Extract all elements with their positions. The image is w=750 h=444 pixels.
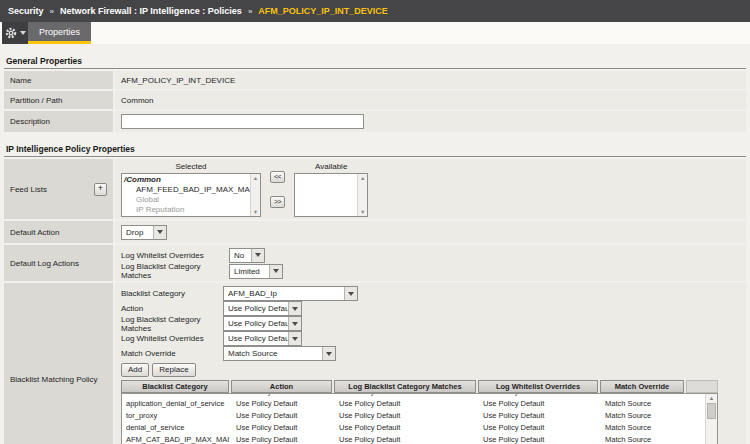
default-action-value: Drop: [122, 226, 153, 239]
select-arrow-icon: [288, 302, 301, 315]
table-scrollbar[interactable]: ▲ ▼: [705, 394, 717, 444]
partition-group-item: /Common: [124, 175, 248, 185]
select-arrow-icon: [153, 226, 166, 239]
blacklist-category-select[interactable]: AFM_BAD_Ip: [223, 286, 358, 301]
scrollbar-thumb[interactable]: [707, 403, 716, 419]
table-cell: Use Policy Default: [232, 410, 335, 422]
ip-intel-heading: IP Intelligence Policy Properties: [4, 141, 746, 157]
description-row: Description: [4, 111, 746, 132]
match-override-label: Match Override: [121, 349, 223, 358]
partition-row: Partition / Path Common: [4, 91, 746, 109]
table-cell: Use Policy Default: [232, 398, 335, 410]
description-input[interactable]: [121, 114, 364, 129]
table-cell: Match Source: [601, 434, 682, 444]
select-arrow-icon: [269, 265, 282, 278]
blacklist-category-value: AFM_BAD_Ip: [224, 287, 344, 300]
name-value: AFM_POLICY_IP_INT_DEVICE: [115, 71, 746, 89]
partition-label: Partition / Path: [4, 91, 113, 109]
chevron-down-icon: [20, 31, 26, 35]
log-blacklist-category-matches-label: Log Blacklist Category Matches: [121, 315, 223, 333]
scroll-up-icon[interactable]: ▲: [709, 395, 714, 401]
table-cell: Use Policy Default: [479, 398, 601, 410]
add-feed-list-button[interactable]: +: [94, 183, 107, 196]
log-whitelist-overrides-policy-value: Use Policy Default: [224, 332, 288, 345]
table-cell: Use Policy Default: [232, 422, 335, 434]
table-row[interactable]: tor_proxyUse Policy DefaultUse Policy De…: [122, 410, 717, 422]
available-feed-column: Available ▲ ▼: [294, 162, 368, 217]
name-row: Name AFM_POLICY_IP_INT_DEVICE: [4, 71, 746, 89]
table-cell: Use Policy Default: [335, 410, 479, 422]
log-blacklist-matches-label: Log Blacklist Category Matches: [121, 262, 229, 280]
move-to-available-button[interactable]: >>: [270, 196, 285, 208]
selected-feed-column: Selected /Common AFM_FEED_BAD_IP_MAX_MAI…: [121, 162, 261, 217]
column-header[interactable]: Match Override: [600, 380, 684, 393]
listbox-scrollbar[interactable]: ▲ ▼: [250, 174, 260, 216]
default-action-select[interactable]: Drop: [121, 225, 167, 240]
blacklist-matching-policy-label: Blacklist Matching Policy: [4, 283, 113, 444]
tab-bar: Properties: [0, 22, 750, 44]
scroll-up-icon[interactable]: ▲: [360, 175, 365, 181]
gear-icon: [5, 27, 17, 39]
tab-properties-label: Properties: [39, 27, 80, 37]
column-header[interactable]: Log Whitelist Overrides: [478, 380, 598, 393]
match-override-value: Match Source: [224, 347, 322, 360]
table-cell: AFM_CAT_BAD_IP_MAX_MAIND_US: [122, 434, 232, 444]
name-label: Name: [4, 71, 113, 89]
selected-column-header: Selected: [121, 162, 261, 171]
bl-table-header: Blacklist CategoryActionLog Blacklist Ca…: [121, 380, 718, 393]
log-whitelist-overrides-policy-label: Log Whitelist Overrides: [121, 334, 223, 343]
table-row[interactable]: denial_of_serviceUse Policy DefaultUse P…: [122, 422, 717, 434]
column-header[interactable]: Blacklist Category: [121, 380, 229, 393]
scroll-down-icon[interactable]: ▼: [253, 209, 258, 215]
breadcrumb-section[interactable]: Security: [8, 6, 44, 16]
breadcrumb-path[interactable]: Network Firewall : IP Intelligence : Pol…: [60, 6, 242, 16]
log-whitelist-overrides-value: No: [230, 249, 251, 262]
table-cell: Use Policy Default: [232, 434, 335, 444]
listbox-scrollbar[interactable]: ▲ ▼: [357, 174, 367, 216]
move-to-selected-button[interactable]: <<: [270, 171, 285, 183]
feed-list-item[interactable]: Global: [124, 195, 248, 205]
scroll-down-icon[interactable]: ▼: [360, 209, 365, 215]
description-label: Description: [4, 111, 113, 132]
column-header[interactable]: Log Blacklist Category Matches: [334, 380, 476, 393]
table-cell: Match Source: [601, 398, 682, 410]
scroll-up-icon[interactable]: ▲: [253, 175, 258, 181]
selected-feed-listbox[interactable]: /Common AFM_FEED_BAD_IP_MAX_MAIND_USGlob…: [121, 173, 261, 217]
column-header[interactable]: Action: [231, 380, 332, 393]
options-gear-button[interactable]: [2, 22, 28, 44]
table-cell: Match Source: [601, 422, 682, 434]
column-header-blank: [686, 380, 718, 393]
log-blacklist-matches-select[interactable]: Limited: [229, 264, 283, 279]
default-action-row: Default Action Drop: [4, 221, 746, 243]
feed-list-item[interactable]: AFM_FEED_BAD_IP_MAX_MAIND_US: [124, 185, 248, 195]
bl-table-body[interactable]: botnetsUse Policy DefaultUse Policy Defa…: [121, 393, 718, 444]
general-properties-heading: General Properties: [4, 53, 746, 69]
breadcrumb: Security » Network Firewall : IP Intelli…: [0, 0, 750, 22]
table-cell: Use Policy Default: [479, 422, 601, 434]
add-button[interactable]: Add: [121, 363, 149, 377]
tab-properties[interactable]: Properties: [28, 22, 91, 44]
table-row[interactable]: AFM_CAT_BAD_IP_MAX_MAIND_USUse Policy De…: [122, 434, 717, 444]
default-log-actions-label: Default Log Actions: [4, 245, 113, 281]
default-action-label: Default Action: [4, 221, 113, 243]
action-label: Action: [121, 304, 223, 313]
blacklist-category-label: Blacklist Category: [121, 289, 223, 298]
action-select[interactable]: Use Policy Default: [223, 301, 302, 316]
select-arrow-icon: [344, 287, 357, 300]
log-blacklist-matches-value: Limited: [230, 265, 269, 278]
log-blacklist-category-matches-select[interactable]: Use Policy Default: [223, 316, 302, 331]
table-row[interactable]: application_denial_of_serviceUse Policy …: [122, 398, 717, 410]
breadcrumb-current: AFM_POLICY_IP_INT_DEVICE: [258, 6, 388, 16]
feed-list-item[interactable]: IP Reputation: [124, 205, 248, 215]
match-override-select[interactable]: Match Source: [223, 346, 336, 361]
partition-value: Common: [115, 91, 746, 109]
feed-lists-label: Feed Lists: [10, 185, 47, 194]
available-column-header: Available: [294, 162, 368, 171]
log-whitelist-overrides-policy-select[interactable]: Use Policy Default: [223, 331, 302, 346]
replace-button[interactable]: Replace: [152, 363, 195, 377]
log-whitelist-overrides-label: Log Whitelist Overrides: [121, 251, 229, 260]
select-arrow-icon: [251, 249, 264, 262]
available-feed-listbox[interactable]: ▲ ▼: [294, 173, 368, 217]
blacklist-matching-policy-row: Blacklist Matching Policy Blacklist Cate…: [4, 283, 746, 444]
log-whitelist-overrides-select[interactable]: No: [229, 248, 265, 263]
